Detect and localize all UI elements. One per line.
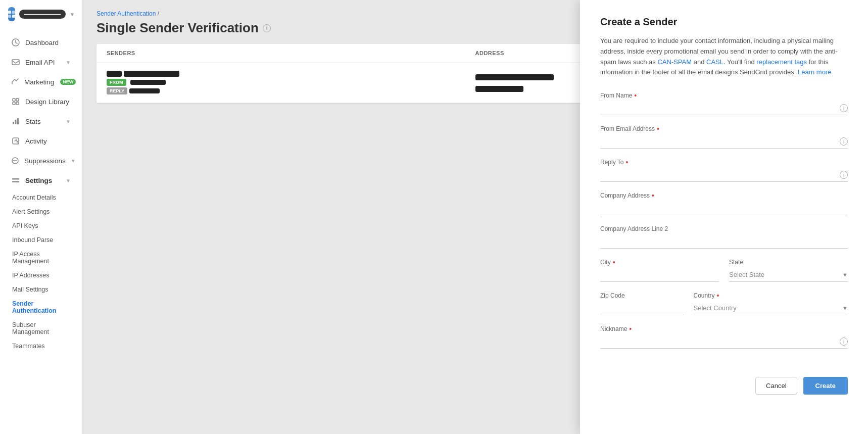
- email-icon: [11, 58, 20, 67]
- from-name-label-text: From Name: [600, 92, 632, 99]
- svg-rect-11: [15, 120, 17, 124]
- page-title-info-icon[interactable]: i: [263, 24, 271, 32]
- from-email-required: •: [657, 125, 659, 132]
- company-address-required: •: [652, 192, 654, 199]
- sub-item-inbound-parse[interactable]: Inbound Parse: [0, 233, 82, 247]
- company-address2-label: Company Address Line 2: [600, 225, 848, 232]
- sub-item-ip-access-management[interactable]: IP Access Management: [0, 247, 82, 268]
- sidebar: —————— ▼ Dashboard Email API ▼ Marketing…: [0, 0, 82, 434]
- svg-rect-5: [12, 60, 19, 65]
- sender-cell: FROM REPLY: [107, 71, 475, 94]
- svg-rect-0: [8, 11, 11, 14]
- sidebar-item-activity-label: Activity: [25, 137, 47, 145]
- sidebar-item-stats-label: Stats: [25, 118, 41, 125]
- company-address2-field: Company Address Line 2: [600, 225, 848, 249]
- sidebar-item-activity[interactable]: Activity: [3, 131, 79, 151]
- sub-item-alert-settings[interactable]: Alert Settings: [0, 205, 82, 219]
- zip-code-input[interactable]: [600, 301, 684, 315]
- stats-icon: [11, 117, 20, 126]
- sidebar-item-settings[interactable]: Settings ▼: [3, 171, 79, 190]
- svg-rect-7: [16, 99, 19, 101]
- zip-code-field: Zip Code: [600, 292, 684, 315]
- marketing-chevron-icon: ▼: [81, 79, 82, 85]
- modal-footer: Cancel Create: [600, 369, 848, 395]
- can-spam-link[interactable]: CAN-SPAM: [657, 58, 692, 66]
- country-required: •: [717, 292, 719, 299]
- sidebar-item-email-api[interactable]: Email API ▼: [3, 53, 79, 72]
- settings-chevron-icon: ▼: [66, 178, 71, 183]
- country-select[interactable]: Select Country: [694, 301, 848, 315]
- marketing-icon: [11, 77, 19, 86]
- svg-rect-8: [13, 102, 15, 105]
- nickname-input[interactable]: [600, 334, 848, 349]
- col-header-senders: SENDERS: [107, 50, 475, 56]
- sub-item-api-keys[interactable]: API Keys: [0, 219, 82, 233]
- from-name-input[interactable]: [600, 101, 848, 115]
- company-address2-input[interactable]: [600, 234, 848, 249]
- redacted-block: [107, 71, 122, 77]
- company-address2-label-text: Company Address Line 2: [600, 225, 668, 232]
- from-email-input[interactable]: [600, 134, 848, 149]
- nickname-required: •: [629, 325, 632, 332]
- from-email-label-text: From Email Address: [600, 125, 655, 132]
- city-field: City •: [600, 259, 719, 282]
- tag-from: FROM: [107, 79, 126, 86]
- from-email-field: From Email Address • i: [600, 125, 848, 149]
- tag-reply: REPLY: [107, 87, 127, 94]
- svg-rect-17: [12, 181, 19, 183]
- sidebar-item-suppressions[interactable]: Suppressions ▼: [3, 151, 79, 170]
- modal-description: You are required to include your contact…: [600, 36, 848, 78]
- learn-more-link[interactable]: Learn more: [798, 68, 831, 76]
- breadcrumb-parent[interactable]: Sender Authentication: [97, 10, 156, 17]
- from-name-required: •: [634, 92, 637, 99]
- suppressions-chevron-icon: ▼: [71, 158, 76, 164]
- country-field: Country • Select Country ▼: [694, 292, 848, 315]
- sidebar-item-marketing[interactable]: Marketing NEW ▼: [3, 72, 79, 91]
- from-name-label: From Name •: [600, 92, 848, 99]
- casl-link[interactable]: CASL: [706, 58, 724, 66]
- city-required: •: [613, 259, 615, 266]
- sidebar-item-dashboard[interactable]: Dashboard: [3, 33, 79, 52]
- sidebar-item-settings-label: Settings: [25, 177, 52, 184]
- state-label: State: [729, 259, 848, 266]
- sidebar-item-stats[interactable]: Stats ▼: [3, 112, 79, 131]
- reply-to-input[interactable]: [600, 168, 848, 182]
- sub-item-sender-authentication[interactable]: Sender Authentication: [0, 297, 82, 318]
- company-address-field: Company Address •: [600, 192, 848, 215]
- cancel-button[interactable]: Cancel: [755, 377, 797, 395]
- sidebar-nav: Dashboard Email API ▼ Marketing NEW ▼ De…: [0, 28, 82, 434]
- zip-code-label: Zip Code: [600, 292, 684, 299]
- sidebar-item-dashboard-label: Dashboard: [25, 39, 59, 46]
- reply-to-field: Reply To • i: [600, 159, 848, 182]
- zip-country-row: Zip Code Country • Select Country ▼: [600, 292, 848, 315]
- nickname-label-text: Nickname: [600, 325, 627, 332]
- sidebar-item-marketing-label: Marketing: [24, 78, 54, 86]
- svg-rect-6: [13, 99, 15, 101]
- city-label-text: City: [600, 259, 611, 266]
- create-button[interactable]: Create: [803, 377, 848, 395]
- redacted-block: [129, 88, 160, 93]
- dashboard-icon: [11, 38, 20, 47]
- svg-rect-10: [13, 122, 14, 124]
- replacement-tags-link[interactable]: replacement tags: [756, 58, 807, 66]
- state-select[interactable]: Select State: [729, 268, 848, 282]
- company-address-input[interactable]: [600, 201, 848, 215]
- company-address-label: Company Address •: [600, 192, 848, 199]
- sidebar-item-design-library[interactable]: Design Library: [3, 92, 79, 111]
- sub-item-ip-addresses[interactable]: IP Addresses: [0, 268, 82, 282]
- sub-item-account-details[interactable]: Account Details: [0, 190, 82, 205]
- brand-icon: [8, 7, 15, 21]
- activity-icon: [11, 136, 20, 146]
- sidebar-logo[interactable]: —————— ▼: [0, 0, 82, 28]
- from-name-field: From Name • i: [600, 92, 848, 115]
- logo-text: ——————: [19, 10, 66, 19]
- redacted-block: [475, 74, 554, 80]
- sub-item-mail-settings[interactable]: Mail Settings: [0, 282, 82, 297]
- sub-item-teammates[interactable]: Teammates: [0, 339, 82, 353]
- create-sender-modal: Create a Sender You are required to incl…: [580, 0, 868, 434]
- city-input[interactable]: [600, 268, 719, 282]
- sidebar-item-email-api-label: Email API: [25, 59, 55, 66]
- country-label-text: Country: [694, 292, 715, 299]
- sub-item-subuser-management[interactable]: Subuser Management: [0, 318, 82, 339]
- redacted-block: [475, 86, 523, 92]
